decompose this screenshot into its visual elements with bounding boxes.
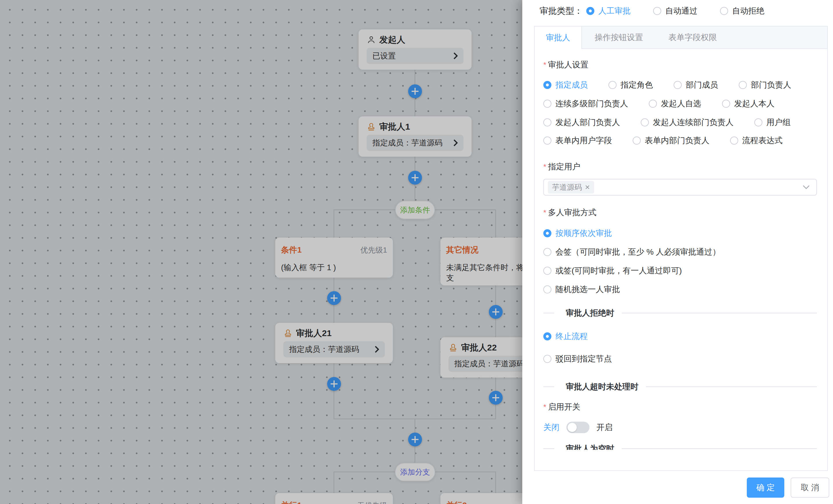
radio-icon [543,285,551,294]
reject-divider: 审批人拒绝时 [543,308,817,318]
tab-approver[interactable]: 审批人 [535,26,582,49]
radio-auto-reject[interactable]: 自动拒绝 [720,5,764,17]
tab-bar: 审批人 操作按钮设置 表单字段权限 [535,26,827,49]
radio-icon [739,81,747,89]
approver-setting-row: 表单内用户字段 表单内部门负责人 流程表达式 [543,136,817,145]
radio-orsign[interactable]: 或签(可同时审批，有一人通过即可) [543,265,682,276]
radio-initiator-multi-dept-leader[interactable]: 发起人连续部门负责人 [641,117,734,128]
approver-setting-row: 指定成员 指定角色 部门成员 部门负责人 [543,80,817,90]
radio-icon [649,100,657,108]
radio-dept-member[interactable]: 部门成员 [674,79,718,91]
radio-assigned-role[interactable]: 指定角色 [609,79,653,91]
radio-user-group[interactable]: 用户组 [754,117,791,128]
tab-body: 审批人设置 指定成员 指定角色 部门成员 部门负责人 连续多级部门负责人 发起人… [535,49,827,450]
radio-auto-pass[interactable]: 自动通过 [653,5,697,17]
radio-icon [674,81,682,89]
radio-initiator-self[interactable]: 发起人本人 [722,98,775,109]
timeout-divider: 审批人超时未处理时 [543,382,817,392]
approver-setting-label: 审批人设置 [543,60,817,70]
radio-icon [543,229,551,237]
radio-manual-approval[interactable]: 人工审批 [586,5,630,17]
radio-countersign[interactable]: 会签（可同时审批，至少 % 人必须审批通过） [543,247,720,257]
multi-mode-row: 或签(可同时审批，有一人通过即可) [543,266,817,275]
settings-tabs-card: 审批人 操作按钮设置 表单字段权限 审批人设置 指定成员 指定角色 部门成员 部… [534,26,828,471]
tab-form-field-permissions[interactable]: 表单字段权限 [656,26,730,48]
chevron-down-icon [803,185,810,190]
radio-icon [722,100,730,108]
tag-close-icon[interactable] [585,184,590,190]
radio-icon [653,7,661,15]
radio-icon [754,118,762,126]
workflow-designer: 发起人 已设置 审批人1 指定成员：芋道源码 [0,0,833,504]
radio-sequential-approval[interactable]: 按顺序依次审批 [543,228,612,239]
multi-mode-row: 随机挑选一人审批 [543,285,817,294]
multi-mode-row: 会签（可同时审批，至少 % 人必须审批通过） [543,247,817,257]
approval-settings-drawer: 审批类型： 人工审批 自动通过 自动拒绝 审批人 操作按钮设置 表单字段权限 [522,0,833,504]
timeout-enable-switch[interactable] [566,422,590,433]
reject-row: 终止流程 [543,332,817,341]
radio-icon [609,81,617,89]
radio-terminate-process[interactable]: 终止流程 [543,331,588,342]
approval-type-group: 审批类型： 人工审批 自动通过 自动拒绝 [540,5,787,17]
multi-mode-label: 多人审批方式 [543,208,817,218]
radio-icon [543,267,551,275]
assign-user-label: 指定用户 [543,162,817,172]
timeout-switch-row: 关闭 开启 [543,422,817,433]
radio-icon [730,136,738,145]
user-tag-text: 芋道源码 [552,182,582,193]
radio-initiator-dept-leader[interactable]: 发起人部门负责人 [543,117,620,128]
confirm-button[interactable]: 确 定 [747,478,784,498]
radio-form-user-field[interactable]: 表单内用户字段 [543,135,612,146]
radio-icon [543,100,551,108]
radio-icon [543,136,551,145]
radio-form-dept-leader[interactable]: 表单内部门负责人 [633,135,709,146]
approval-type-label: 审批类型： [540,5,583,17]
cancel-button[interactable]: 取 消 [791,478,829,498]
user-tag: 芋道源码 [548,181,594,194]
switch-off-label: 关闭 [543,422,560,433]
radio-icon [586,7,594,15]
radio-icon [543,118,551,126]
radio-icon [543,355,551,363]
radio-assigned-member[interactable]: 指定成员 [543,79,588,91]
approver-setting-row: 连续多级部门负责人 发起人自选 发起人本人 [543,99,817,108]
tab-button-settings[interactable]: 操作按钮设置 [582,26,656,48]
radio-initiator-selects[interactable]: 发起人自选 [649,98,701,109]
empty-approver-divider: 审批人为空时 [543,444,817,450]
radio-icon [543,332,551,341]
radio-random-one[interactable]: 随机挑选一人审批 [543,284,620,295]
radio-icon [633,136,641,145]
switch-knob [568,423,577,432]
assign-user-select[interactable]: 芋道源码 [543,179,817,196]
enable-switch-label: 启用开关 [543,402,817,412]
flow-canvas[interactable]: 发起人 已设置 审批人1 指定成员：芋道源码 [0,0,522,504]
radio-process-expression[interactable]: 流程表达式 [730,135,783,146]
modal-dim-overlay [0,0,522,504]
multi-mode-row: 按顺序依次审批 [543,229,817,238]
radio-icon [543,81,551,89]
radio-return-to-node[interactable]: 驳回到指定节点 [543,353,612,364]
reject-row: 驳回到指定节点 [543,354,817,363]
radio-multi-level-dept-leader[interactable]: 连续多级部门负责人 [543,98,628,109]
switch-on-label: 开启 [596,422,613,433]
radio-icon [720,7,728,15]
radio-dept-leader[interactable]: 部门负责人 [739,79,791,91]
radio-icon [543,248,551,256]
radio-icon [641,118,649,126]
approver-setting-row: 发起人部门负责人 发起人连续部门负责人 用户组 [543,118,817,127]
